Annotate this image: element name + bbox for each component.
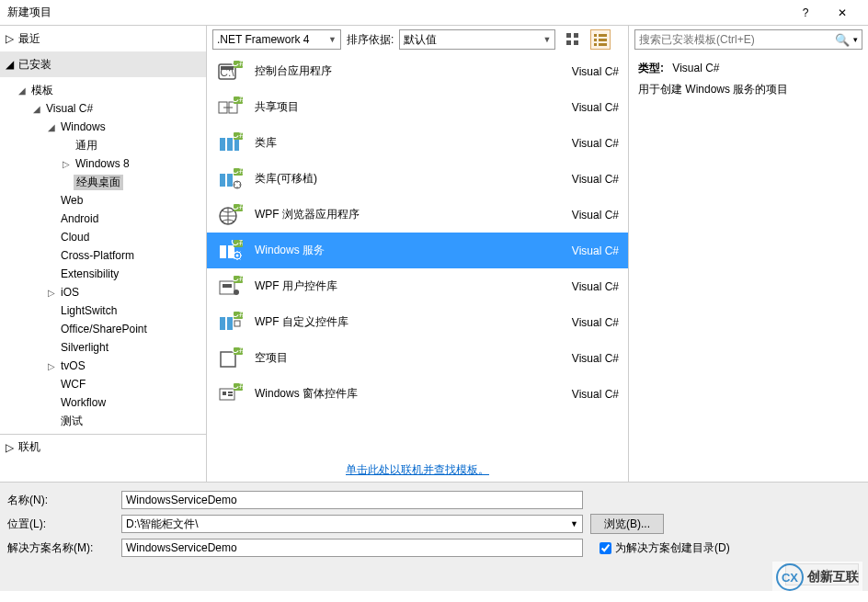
- center-footer: 单击此处以联机并查找模板。: [207, 458, 628, 482]
- tree-windows[interactable]: ◢Windows: [0, 118, 206, 136]
- tree-android[interactable]: Android: [0, 210, 206, 228]
- tree-common[interactable]: 通用: [0, 136, 206, 154]
- template-row[interactable]: C#WPF 自定义控件库Visual C#: [207, 304, 628, 340]
- nav-online[interactable]: ▷ 联机: [0, 434, 206, 460]
- svg-rect-5: [599, 34, 607, 37]
- svg-rect-52: [223, 392, 226, 395]
- chevron-right-icon: ▷: [6, 32, 18, 45]
- search-wrap: 🔍 ▾: [629, 26, 868, 53]
- tree-windows8[interactable]: ▷Windows 8: [0, 154, 206, 173]
- create-directory-checkbox[interactable]: 为解决方案创建目录(D): [600, 540, 730, 556]
- solution-input[interactable]: WindowsServiceDemo: [121, 539, 583, 557]
- template-row[interactable]: C#Windows 服务Visual C#: [207, 233, 628, 268]
- sortby-combo[interactable]: 默认值 ▼: [399, 29, 555, 50]
- template-name: Windows 服务: [255, 243, 554, 258]
- svg-text:C#: C#: [231, 97, 243, 105]
- tree-lightswitch[interactable]: LightSwitch: [0, 301, 206, 320]
- svg-text:C#: C#: [231, 347, 243, 356]
- svg-text:C#: C#: [231, 61, 243, 69]
- nav-recent[interactable]: ▷ 最近: [0, 26, 206, 51]
- tree-officesp[interactable]: Office/SharePoint: [0, 320, 206, 338]
- svg-text:C#: C#: [231, 312, 243, 320]
- tree-tvos[interactable]: ▷tvOS: [0, 357, 206, 375]
- search-input[interactable]: [639, 33, 835, 46]
- template-row[interactable]: C#共享项目Visual C#: [207, 89, 628, 125]
- titlebar: 新建项目 ? ✕: [0, 0, 868, 26]
- browse-button[interactable]: 浏览(B)...: [590, 514, 664, 534]
- svg-text:C#: C#: [231, 383, 243, 392]
- svg-rect-24: [220, 174, 225, 187]
- solution-label: 解决方案名称(M):: [7, 540, 121, 556]
- view-medium-icons-button[interactable]: [563, 29, 583, 50]
- chevron-down-icon: ▼: [328, 35, 337, 44]
- chevron-down-icon: ◢: [48, 122, 59, 132]
- search-icon[interactable]: 🔍: [835, 33, 850, 47]
- location-label: 位置(L):: [7, 517, 121, 532]
- chevron-down-icon: ◢: [33, 104, 44, 114]
- tree-ios[interactable]: ▷iOS: [0, 283, 206, 301]
- tree-classic-desktop[interactable]: 经典桌面: [0, 173, 206, 191]
- tree-extensibility[interactable]: Extensibility: [0, 265, 206, 283]
- svg-rect-1: [574, 33, 578, 38]
- chevron-down-icon[interactable]: ▾: [853, 35, 858, 44]
- template-row[interactable]: C#类库(可移植)Visual C#: [207, 161, 628, 197]
- template-list[interactable]: C:\C#控制台应用程序Visual C#C#共享项目Visual C#C#类库…: [207, 53, 628, 458]
- left-nav: ▷ 最近 ◢ 已安装 ◢模板 ◢Visual C# ◢Windows 通用 ▷W…: [0, 26, 207, 482]
- template-lang: Visual C#: [554, 316, 619, 329]
- name-label: 名称(N):: [7, 493, 121, 508]
- tree-visual-csharp[interactable]: ◢Visual C#: [0, 99, 206, 118]
- template-lang: Visual C#: [554, 280, 619, 293]
- nav-installed[interactable]: ◢ 已安装: [0, 51, 206, 77]
- template-row[interactable]: C#空项目Visual C#: [207, 340, 628, 376]
- tree-silverlight[interactable]: Silverlight: [0, 338, 206, 357]
- template-name: 共享项目: [255, 99, 554, 115]
- tree-test[interactable]: 测试: [0, 412, 206, 430]
- template-icon: C#: [216, 382, 244, 406]
- template-icon: C#: [216, 167, 244, 191]
- svg-text:C#: C#: [231, 204, 243, 212]
- center-column: .NET Framework 4 ▼ 排序依据: 默认值 ▼ C:\C#控制台应…: [207, 26, 629, 482]
- template-name: Windows 窗体控件库: [255, 386, 554, 402]
- svg-point-40: [234, 290, 239, 295]
- template-icon: C#: [216, 311, 244, 335]
- template-lang: Visual C#: [554, 352, 619, 365]
- chevron-right-icon: ▷: [6, 441, 18, 454]
- svg-rect-0: [566, 33, 571, 38]
- tree-workflow[interactable]: Workflow: [0, 393, 206, 412]
- template-lang: Visual C#: [554, 65, 619, 78]
- template-row[interactable]: C:\C#控制台应用程序Visual C#: [207, 53, 628, 89]
- tree-wcf[interactable]: WCF: [0, 375, 206, 393]
- chevron-right-icon: ▷: [48, 288, 59, 298]
- view-small-icons-button[interactable]: [590, 29, 611, 50]
- svg-rect-3: [574, 40, 578, 45]
- svg-point-35: [236, 254, 239, 256]
- template-row[interactable]: C#WPF 浏览器应用程序Visual C#: [207, 197, 628, 233]
- chevron-down-icon: ▼: [570, 519, 578, 528]
- framework-combo[interactable]: .NET Framework 4 ▼: [212, 29, 341, 50]
- close-button[interactable]: ✕: [824, 0, 861, 25]
- svg-rect-45: [234, 321, 240, 326]
- template-name: WPF 用户控件库: [255, 278, 554, 294]
- template-icon: C#: [216, 346, 244, 370]
- tree-crossplatform[interactable]: Cross-Platform: [0, 246, 206, 265]
- watermark: CX 创新互联: [772, 562, 862, 593]
- template-row[interactable]: C#Windows 窗体控件库Visual C#: [207, 376, 628, 412]
- svg-rect-7: [599, 39, 607, 41]
- svg-rect-19: [220, 138, 225, 151]
- watermark-icon: CX: [776, 563, 804, 591]
- chevron-down-icon: ▼: [542, 35, 551, 44]
- find-online-link[interactable]: 单击此处以联机并查找模板。: [346, 462, 489, 478]
- template-lang: Visual C#: [554, 137, 619, 150]
- name-input[interactable]: WindowsServiceDemo: [121, 491, 583, 509]
- tree-web[interactable]: Web: [0, 191, 206, 210]
- chevron-right-icon: ▷: [63, 159, 74, 169]
- template-row[interactable]: C#类库Visual C#: [207, 125, 628, 161]
- list-icon: [594, 33, 607, 46]
- tree-cloud[interactable]: Cloud: [0, 228, 206, 246]
- tree-templates[interactable]: ◢模板: [0, 81, 206, 99]
- create-directory-check-input[interactable]: [600, 542, 611, 554]
- help-button[interactable]: ?: [787, 0, 824, 25]
- location-combo[interactable]: D:\智能柜文件\ ▼: [121, 515, 583, 533]
- template-lang: Visual C#: [554, 209, 619, 221]
- template-row[interactable]: C#WPF 用户控件库Visual C#: [207, 268, 628, 304]
